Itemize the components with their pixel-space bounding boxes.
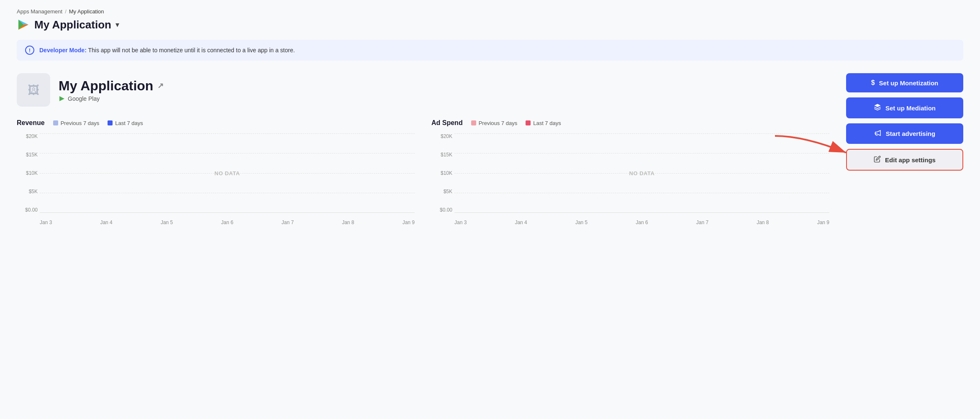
- setup-monetization-button[interactable]: $ Set up Monetization: [846, 73, 963, 92]
- adspend-legend-last: Last 7 days: [526, 120, 561, 126]
- grid-line: [454, 133, 829, 134]
- breadcrumb-parent[interactable]: Apps Management: [17, 8, 62, 15]
- advertising-icon: [874, 129, 882, 138]
- edit-app-settings-button[interactable]: Edit app settings: [846, 149, 963, 171]
- breadcrumb-current: My Application: [69, 8, 104, 15]
- grid-line: [40, 193, 415, 193]
- adspend-chart-title: Ad Spend: [431, 119, 463, 127]
- app-platform: Google Play: [59, 95, 164, 102]
- adspend-x-labels: Jan 3 Jan 4 Jan 5 Jan 6 Jan 7 Jan 8 Jan …: [454, 220, 829, 225]
- adspend-chart-header: Ad Spend Previous 7 days Last 7 days: [431, 119, 829, 127]
- revenue-chart: Revenue Previous 7 days Last 7 days $20K: [17, 119, 415, 225]
- grid-line: [454, 193, 829, 193]
- banner-bold-label: Developer Mode:: [39, 47, 87, 54]
- layers-icon: [874, 103, 881, 112]
- revenue-chart-header: Revenue Previous 7 days Last 7 days: [17, 119, 415, 127]
- app-thumbnail: 🖼: [17, 73, 50, 107]
- developer-mode-banner: ! Developer Mode: This app will not be a…: [17, 40, 963, 61]
- start-advertising-button[interactable]: Start advertising: [846, 123, 963, 144]
- adspend-legend-prev: Previous 7 days: [471, 120, 518, 126]
- google-play-small-icon: [59, 95, 65, 102]
- right-section: $ Set up Monetization Set up Mediation: [846, 73, 963, 225]
- page-title: My Application: [34, 18, 111, 31]
- adspend-prev-dot: [471, 120, 476, 125]
- adspend-chart-plot: NO DATA: [454, 133, 829, 213]
- breadcrumb: Apps Management / My Application: [17, 8, 963, 15]
- revenue-prev-dot: [53, 120, 58, 125]
- app-name-large: My Application ↗: [59, 78, 164, 94]
- app-title-row: My Application ▾: [17, 18, 963, 31]
- adspend-y-labels: $20K $15K $10K $5K $0.00: [431, 133, 452, 213]
- breadcrumb-separator: /: [65, 8, 67, 15]
- dollar-icon: $: [871, 79, 875, 87]
- mediation-layers-icon: [874, 103, 881, 111]
- external-link-icon[interactable]: ↗: [157, 81, 164, 90]
- banner-text: Developer Mode: This app will not be abl…: [39, 47, 295, 54]
- banner-rest: This app will not be able to monetize un…: [88, 47, 295, 54]
- revenue-no-data: NO DATA: [215, 170, 240, 176]
- grid-line: [40, 133, 415, 134]
- revenue-chart-plot: NO DATA: [40, 133, 415, 213]
- megaphone-icon: [874, 129, 882, 137]
- adspend-chart-area: $20K $15K $10K $5K $0.00 NO DATA: [431, 133, 829, 225]
- app-dropdown-chevron[interactable]: ▾: [115, 20, 119, 29]
- left-section: 🖼 My Application ↗ Google Play: [17, 73, 829, 225]
- adspend-last-dot: [526, 120, 531, 125]
- revenue-chart-title: Revenue: [17, 119, 45, 127]
- revenue-last-dot: [108, 120, 113, 125]
- revenue-legend-last: Last 7 days: [108, 120, 143, 126]
- edit-icon: [874, 156, 881, 164]
- revenue-y-labels: $20K $15K $10K $5K $0.00: [17, 133, 38, 213]
- info-icon: !: [25, 46, 34, 55]
- google-play-icon: [17, 18, 30, 31]
- pencil-icon: [874, 156, 881, 163]
- app-info-text: My Application ↗ Google Play: [59, 78, 164, 102]
- app-info-row: 🖼 My Application ↗ Google Play: [17, 73, 829, 107]
- action-buttons-panel: $ Set up Monetization Set up Mediation: [846, 73, 963, 171]
- revenue-chart-area: $20K $15K $10K $5K $0.00 NO DATA: [17, 133, 415, 225]
- setup-mediation-button[interactable]: Set up Mediation: [846, 97, 963, 118]
- grid-line: [454, 153, 829, 153]
- revenue-x-labels: Jan 3 Jan 4 Jan 5 Jan 6 Jan 7 Jan 8 Jan …: [40, 220, 415, 225]
- image-placeholder-icon: 🖼: [28, 83, 39, 97]
- adspend-no-data: NO DATA: [629, 170, 655, 176]
- revenue-legend-prev: Previous 7 days: [53, 120, 100, 126]
- grid-line: [40, 153, 415, 153]
- adspend-chart: Ad Spend Previous 7 days Last 7 days $20…: [431, 119, 829, 225]
- charts-row: Revenue Previous 7 days Last 7 days $20K: [17, 119, 829, 225]
